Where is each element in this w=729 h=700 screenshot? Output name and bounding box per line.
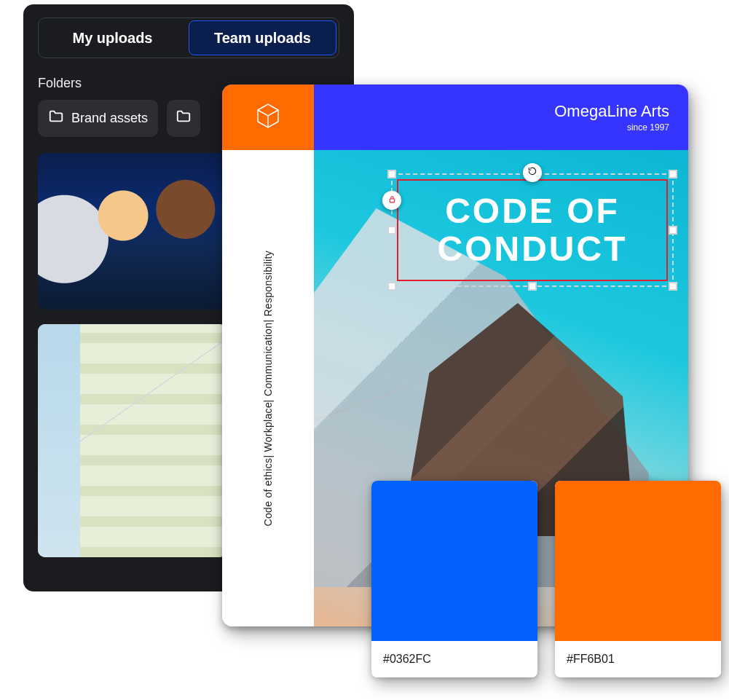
doc-side-rail: Code of ethics| Workplace| Communication… [222, 150, 314, 626]
folder-extra[interactable] [167, 100, 200, 137]
lock-icon [387, 194, 397, 207]
swatch-chip [555, 481, 721, 641]
swatch-hex: #0362FC [371, 641, 537, 677]
folder-icon [176, 109, 192, 128]
brand-logo-tile [222, 84, 314, 150]
folder-brand-assets[interactable]: Brand assets [38, 100, 158, 137]
color-swatch[interactable]: #FF6B01 [555, 481, 721, 677]
selection-hit-area[interactable] [397, 179, 668, 281]
rotate-icon [527, 166, 537, 179]
folder-label: Brand assets [71, 111, 148, 126]
tab-my-uploads[interactable]: My uploads [39, 18, 186, 58]
upload-thumbnail[interactable] [38, 153, 227, 310]
uploads-tabs: My uploads Team uploads [38, 17, 339, 58]
tab-team-uploads[interactable]: Team uploads [189, 20, 336, 55]
swatch-chip [371, 481, 537, 641]
color-swatches: #0362FC #FF6B01 [371, 481, 721, 677]
brand-name: OmegaLine Arts [554, 102, 669, 121]
rotate-handle[interactable] [523, 163, 542, 182]
cube-icon [251, 98, 285, 136]
svg-rect-0 [390, 199, 395, 202]
lock-indicator[interactable] [382, 191, 401, 210]
rail-labels: Code of ethics| Workplace| Communication… [255, 251, 281, 526]
selected-text-box[interactable]: CODE OF CONDUCT [397, 179, 668, 281]
brand-since: since 1997 [554, 122, 669, 133]
swatch-hex: #FF6B01 [555, 641, 721, 677]
upload-thumbnail[interactable] [38, 324, 227, 557]
folder-icon [48, 109, 64, 128]
color-swatch[interactable]: #0362FC [371, 481, 537, 677]
